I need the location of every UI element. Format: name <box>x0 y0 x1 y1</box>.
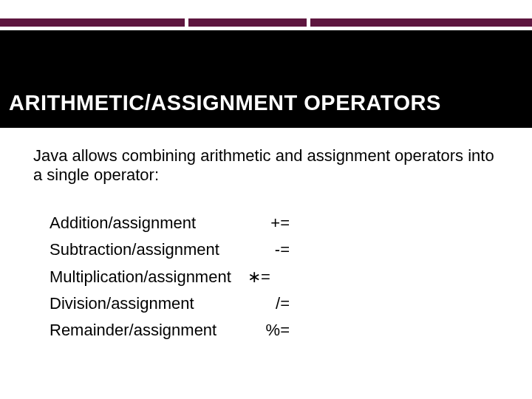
accent-seg-2 <box>188 18 307 27</box>
op-row-subtraction: Subtraction/assignment -= <box>50 240 506 259</box>
op-row-multiplication: Multiplication/assignment ∗= <box>50 267 506 287</box>
op-row-remainder: Remainder/assignment %= <box>50 321 506 340</box>
op-symbol: ∗= <box>242 267 277 287</box>
op-label: Division/assignment <box>50 294 253 313</box>
top-accent-bar <box>0 18 532 27</box>
intro-text: Java allows combining arithmetic and ass… <box>33 146 506 185</box>
op-symbol: += <box>253 214 290 233</box>
op-label: Subtraction/assignment <box>50 240 253 259</box>
slide-title: ARITHMETIC/ASSIGNMENT OPERATORS <box>9 91 523 115</box>
op-label: Multiplication/assignment <box>50 267 242 287</box>
slide-body: Java allows combining arithmetic and ass… <box>33 146 506 348</box>
slide: ARITHMETIC/ASSIGNMENT OPERATORS Java all… <box>0 0 532 399</box>
op-symbol: %= <box>253 321 290 340</box>
title-band: ARITHMETIC/ASSIGNMENT OPERATORS <box>0 30 532 128</box>
op-label: Addition/assignment <box>50 214 253 233</box>
accent-seg-3 <box>310 18 532 27</box>
accent-seg-1 <box>0 18 185 27</box>
op-symbol: /= <box>253 294 290 313</box>
op-row-division: Division/assignment /= <box>50 294 506 313</box>
op-row-addition: Addition/assignment += <box>50 214 506 233</box>
operator-list: Addition/assignment += Subtraction/assig… <box>50 214 506 341</box>
op-label: Remainder/assignment <box>50 321 253 340</box>
op-symbol: -= <box>253 240 290 259</box>
